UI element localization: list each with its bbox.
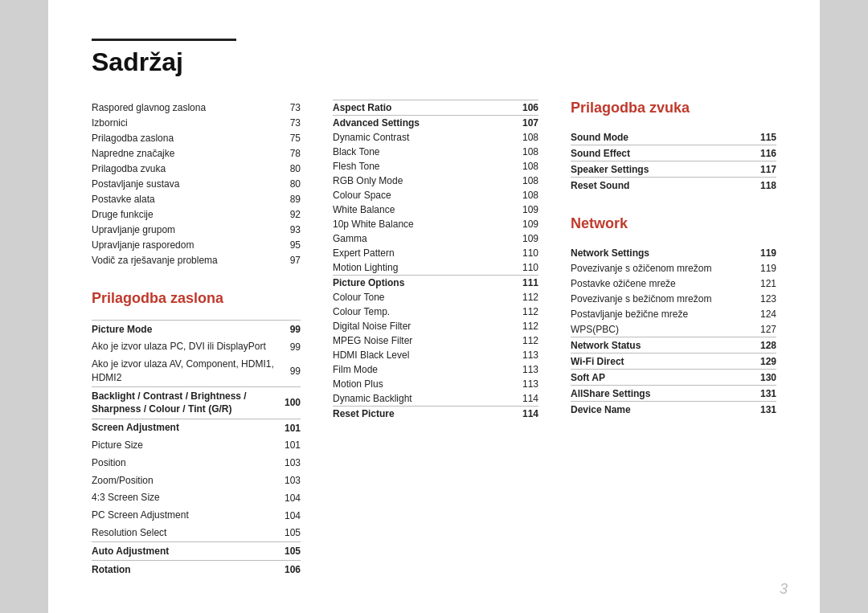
item-page: 89 [276, 191, 301, 206]
item-page: 95 [276, 237, 301, 252]
item-page: 114 [506, 407, 538, 422]
item-label: Screen Adjustment [92, 419, 278, 436]
list-item: Dynamic Backlight114 [333, 391, 538, 407]
list-item: Vodič za rješavanje problema97 [92, 252, 301, 268]
list-item: Raspored glavnog zaslona73 [92, 100, 301, 115]
list-item: Druge funkcije92 [92, 206, 301, 222]
list-item: Network Settings119 [571, 245, 776, 260]
item-page: 127 [755, 321, 776, 337]
item-label: Picture Size [92, 437, 278, 455]
item-label: Ako je izvor ulaza PC, DVI ili DisplayPo… [92, 338, 278, 356]
list-item: Device Name131 [571, 402, 776, 418]
item-label: Network Status [571, 337, 755, 353]
item-label: Aspect Ratio [333, 100, 506, 116]
page: Sadržaj Raspored glavnog zaslona73Izborn… [48, 0, 820, 613]
item-page: 107 [506, 116, 538, 131]
item-label: Upravljanje grupom [92, 222, 276, 237]
item-page: 123 [755, 291, 776, 306]
item-label: Colour Temp. [333, 304, 506, 319]
item-page: 99 [278, 356, 301, 387]
list-item: Sound Mode115 [571, 129, 776, 145]
item-label: Postavljanje bežične mreže [571, 306, 755, 321]
list-item: Picture Size101 [92, 437, 301, 455]
item-label: HDMI Black Level [333, 348, 506, 362]
list-item: Colour Tone112 [333, 290, 538, 304]
item-page: 105 [278, 542, 301, 561]
item-page: 92 [276, 206, 301, 222]
title-bar [92, 39, 236, 41]
list-item: Backlight / Contrast / Brightness / Shar… [92, 387, 301, 419]
list-item: Soft AP130 [571, 370, 776, 386]
item-label: Picture Options [333, 276, 506, 291]
item-label: Zoom/Position [92, 472, 278, 489]
item-label: Reset Sound [571, 178, 741, 194]
item-page: 108 [506, 159, 538, 174]
item-label: Sound Effect [571, 145, 741, 161]
item-label: Gamma [333, 231, 506, 246]
item-page: 117 [741, 161, 776, 178]
list-item: Prilagodba zvuka80 [92, 161, 301, 176]
item-label: Expert Pattern [333, 246, 506, 260]
item-label: Backlight / Contrast / Brightness / Shar… [92, 387, 278, 419]
item-label: Dynamic Contrast [333, 130, 506, 145]
item-page: 106 [506, 100, 538, 116]
prilagodba-zvuka-toc: Sound Mode115Sound Effect116Speaker Sett… [571, 129, 776, 193]
list-item: Position103 [92, 454, 301, 472]
item-page: 112 [506, 304, 538, 319]
item-label: Postavke ožičene mreže [571, 276, 755, 291]
item-label: Colour Space [333, 188, 506, 202]
item-label: White Balance [333, 202, 506, 217]
list-item: Motion Plus113 [333, 377, 538, 391]
list-item: Ako je izvor ulaza PC, DVI ili DisplayPo… [92, 338, 301, 356]
list-item: Zoom/Position103 [92, 472, 301, 489]
list-item: 10p White Balance109 [333, 217, 538, 231]
prilagodba-zvuka-heading: Prilagodba zvuka [571, 100, 776, 120]
list-item: Napredne značajke78 [92, 145, 301, 161]
item-page: 108 [506, 174, 538, 188]
item-label: Povezivanje s bežičnom mrežom [571, 291, 755, 306]
item-label: Napredne značajke [92, 145, 276, 161]
item-page: 113 [506, 348, 538, 362]
list-item: Picture Options111 [333, 276, 538, 291]
item-page: 73 [276, 100, 301, 115]
item-page: 101 [278, 419, 301, 436]
intro-toc: Raspored glavnog zaslona73Izbornici73Pri… [92, 100, 301, 268]
prilagodba-zaslona-toc: Picture Mode99Ako je izvor ulaza PC, DVI… [92, 320, 301, 578]
item-label: Prilagodba zaslona [92, 130, 276, 145]
item-page: 103 [278, 472, 301, 489]
list-item: Network Status128 [571, 337, 776, 353]
item-label: Position [92, 454, 278, 472]
item-label: RGB Only Mode [333, 174, 506, 188]
item-page: 112 [506, 319, 538, 333]
item-label: Druge funkcije [92, 206, 276, 222]
item-page: 119 [755, 260, 776, 276]
item-page: 109 [506, 217, 538, 231]
list-item: AllShare Settings131 [571, 386, 776, 402]
item-page: 131 [755, 402, 776, 418]
item-page: 130 [755, 370, 776, 386]
item-page: 110 [506, 260, 538, 276]
col-left: Raspored glavnog zaslona73Izbornici73Pri… [92, 100, 301, 578]
list-item: Speaker Settings117 [571, 161, 776, 178]
col-right: Prilagodba zvuka Sound Mode115Sound Effe… [571, 100, 776, 417]
item-label: Postavljanje sustava [92, 176, 276, 191]
content-grid: Raspored glavnog zaslona73Izbornici73Pri… [92, 100, 776, 578]
list-item: Upravljanje grupom93 [92, 222, 301, 237]
list-item: Ako je izvor ulaza AV, Component, HDMI1,… [92, 356, 301, 387]
item-page: 75 [276, 130, 301, 145]
list-item: Auto Adjustment105 [92, 542, 301, 561]
item-page: 115 [741, 129, 776, 145]
item-label: Network Settings [571, 245, 755, 260]
item-label: Izbornici [92, 115, 276, 130]
item-label: Motion Lighting [333, 260, 506, 276]
list-item: Rotation106 [92, 561, 301, 578]
list-item: Resolution Select105 [92, 525, 301, 542]
item-page: 128 [755, 337, 776, 353]
item-label: Soft AP [571, 370, 755, 386]
item-label: Auto Adjustment [92, 542, 278, 561]
item-label: PC Screen Adjustment [92, 507, 278, 525]
item-label: Digital Noise Filter [333, 319, 506, 333]
item-page: 97 [276, 252, 301, 268]
list-item: WPS(PBC)127 [571, 321, 776, 337]
item-page: 99 [278, 321, 301, 338]
